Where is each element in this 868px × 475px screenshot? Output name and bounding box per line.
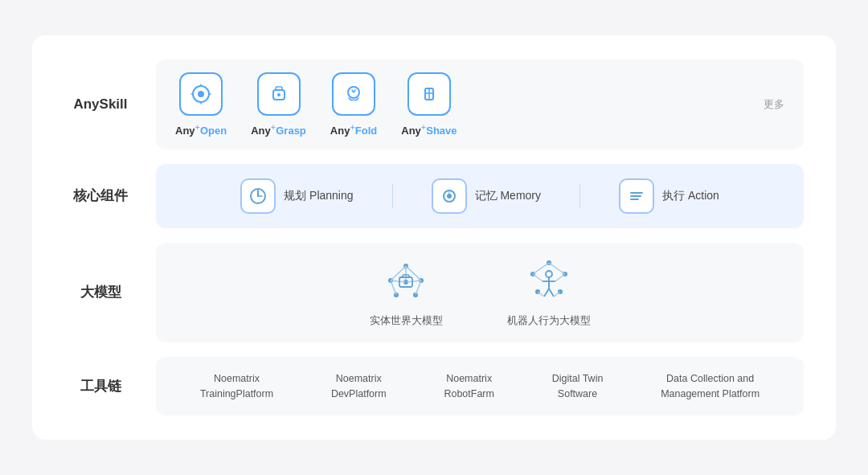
memory-label: 记忆 Memory (475, 189, 541, 203)
skill-grasp[interactable]: Any+Grasp (251, 72, 306, 137)
open-icon (189, 82, 213, 106)
skill-shave-label: Any+Shave (401, 122, 457, 137)
comp-divider-1 (392, 184, 393, 208)
world-model-icon (378, 257, 434, 305)
fold-icon (342, 82, 366, 106)
tool-datacoll[interactable]: Data Collection and Management Platform (661, 371, 760, 402)
comp-divider-2 (579, 184, 580, 208)
svg-point-30 (404, 280, 407, 283)
planning-label: 规划 Planning (284, 189, 353, 203)
tool-training-line2: TrainingPlatform (200, 387, 273, 402)
comp-planning[interactable]: 规划 Planning (240, 178, 353, 214)
svg-line-24 (391, 280, 396, 295)
tool-robotfarm-line2: RobotFarm (444, 387, 494, 402)
model-content: 实体世界大模型 (156, 243, 804, 342)
memory-icon-box (432, 178, 467, 214)
svg-line-44 (555, 274, 565, 281)
tool-datacoll-line1: Data Collection and (661, 371, 760, 387)
action-icon-box (619, 178, 654, 214)
svg-point-38 (546, 271, 552, 277)
anyskill-label: AnySkill (64, 96, 137, 113)
skill-fold-icon-box (332, 72, 375, 116)
robot-model-svg (522, 258, 576, 305)
tool-digital-line1: Digital Twin (552, 371, 604, 387)
anyskill-row: AnySkill Any+Open (64, 59, 804, 149)
tool-digital-line2: Software (552, 387, 604, 402)
tool-digital[interactable]: Digital Twin Software (552, 371, 604, 402)
svg-line-42 (549, 289, 554, 297)
comp-action[interactable]: 执行 Action (619, 178, 719, 214)
skill-fold[interactable]: Any+Fold (330, 72, 377, 137)
skill-shave-icon-box (407, 72, 451, 116)
tools-content: Noematrix TrainingPlatform Noematrix Dev… (156, 357, 804, 416)
core-row: 核心组件 规划 Planning (64, 164, 804, 228)
svg-point-3 (277, 93, 280, 96)
tool-robotfarm-line1: Noematrix (444, 371, 494, 387)
tools-label: 工具链 (64, 377, 137, 395)
action-icon (626, 186, 647, 207)
comp-memory[interactable]: 记忆 Memory (432, 178, 541, 214)
more-button[interactable]: 更多 (764, 97, 784, 112)
world-model-svg (379, 258, 433, 305)
grasp-icon (267, 82, 291, 106)
skill-fold-label: Any+Fold (330, 122, 377, 137)
skill-open-icon-box (179, 72, 223, 116)
planning-icon (248, 186, 268, 207)
world-model-label: 实体世界大模型 (370, 313, 443, 328)
robot-model-icon (521, 257, 577, 305)
skill-items: Any+Open Any+Grasp (175, 72, 764, 137)
robot-model-item[interactable]: 机器人行为大模型 (507, 257, 591, 328)
planning-icon-box (240, 178, 276, 214)
tools-row: 工具链 Noematrix TrainingPlatform Noematrix… (64, 357, 804, 416)
tool-datacoll-line2: Management Platform (661, 387, 760, 402)
tool-dev-line1: Noematrix (331, 371, 387, 387)
svg-line-46 (554, 292, 560, 297)
skill-open[interactable]: Any+Open (175, 72, 227, 137)
world-model-item[interactable]: 实体世界大模型 (370, 257, 443, 328)
memory-icon (439, 186, 460, 207)
skill-grasp-icon-box (257, 72, 301, 116)
anyskill-content: Any+Open Any+Grasp (156, 59, 804, 149)
skill-shave[interactable]: Any+Shave (401, 72, 457, 137)
action-label: 执行 Action (662, 189, 719, 203)
tool-training[interactable]: Noematrix TrainingPlatform (200, 371, 273, 402)
svg-line-45 (538, 292, 544, 297)
core-label: 核心组件 (64, 186, 137, 205)
svg-line-41 (544, 289, 549, 297)
shave-icon (417, 82, 441, 106)
model-row: 大模型 (64, 243, 804, 342)
svg-line-25 (416, 280, 421, 295)
svg-line-23 (406, 266, 421, 280)
core-content: 规划 Planning 记忆 Memory (156, 164, 804, 228)
tool-dev[interactable]: Noematrix DevPlatform (331, 371, 387, 402)
skill-open-label: Any+Open (175, 122, 227, 137)
svg-point-1 (198, 91, 204, 97)
robot-model-label: 机器人行为大模型 (507, 313, 591, 328)
tool-training-line1: Noematrix (200, 371, 273, 387)
tool-robotfarm[interactable]: Noematrix RobotFarm (444, 371, 494, 402)
main-container: AnySkill Any+Open (32, 35, 836, 440)
skill-grasp-label: Any+Grasp (251, 122, 306, 137)
tool-dev-line2: DevPlatform (331, 387, 387, 402)
svg-line-22 (391, 266, 406, 280)
svg-line-43 (533, 274, 542, 281)
model-label: 大模型 (64, 283, 137, 301)
